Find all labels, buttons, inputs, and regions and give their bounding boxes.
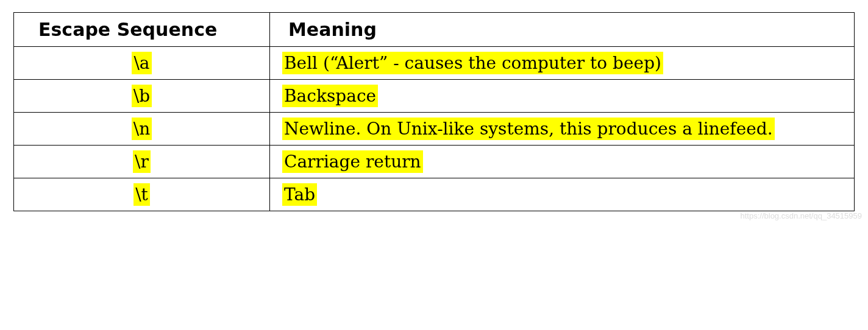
table-header-row: Escape Sequence Meaning — [14, 13, 855, 47]
escape-code: \t — [133, 183, 150, 206]
escape-cell: \n — [14, 113, 270, 146]
meaning-cell: Newline. On Unix-like systems, this prod… — [270, 113, 855, 146]
table-row: \b Backspace — [14, 80, 855, 113]
escape-cell: \a — [14, 47, 270, 80]
escape-code: \b — [132, 85, 152, 107]
escape-code: \r — [133, 150, 151, 173]
meaning-text: Carriage return — [282, 150, 423, 173]
meaning-cell: Carriage return — [270, 146, 855, 178]
escape-cell: \r — [14, 146, 270, 178]
escape-code: \a — [132, 52, 151, 74]
table-row: \t Tab — [14, 178, 855, 211]
table-row: \r Carriage return — [14, 146, 855, 178]
escape-sequence-table: Escape Sequence Meaning \a Bell (“Alert”… — [13, 12, 855, 211]
meaning-text: Backspace — [282, 85, 378, 107]
escape-cell: \b — [14, 80, 270, 113]
header-escape-sequence: Escape Sequence — [14, 13, 270, 47]
meaning-cell: Bell (“Alert” - causes the computer to b… — [270, 47, 855, 80]
escape-code: \n — [132, 118, 152, 140]
meaning-text: Bell (“Alert” - causes the computer to b… — [282, 52, 663, 74]
meaning-text: Newline. On Unix-like systems, this prod… — [282, 118, 775, 140]
escape-cell: \t — [14, 178, 270, 211]
header-meaning: Meaning — [270, 13, 855, 47]
table-row: \a Bell (“Alert” - causes the computer t… — [14, 47, 855, 80]
table-row: \n Newline. On Unix-like systems, this p… — [14, 113, 855, 146]
meaning-cell: Tab — [270, 178, 855, 211]
meaning-text: Tab — [282, 183, 317, 206]
meaning-cell: Backspace — [270, 80, 855, 113]
watermark-text: https://blog.csdn.net/qq_34515959 — [741, 211, 863, 220]
